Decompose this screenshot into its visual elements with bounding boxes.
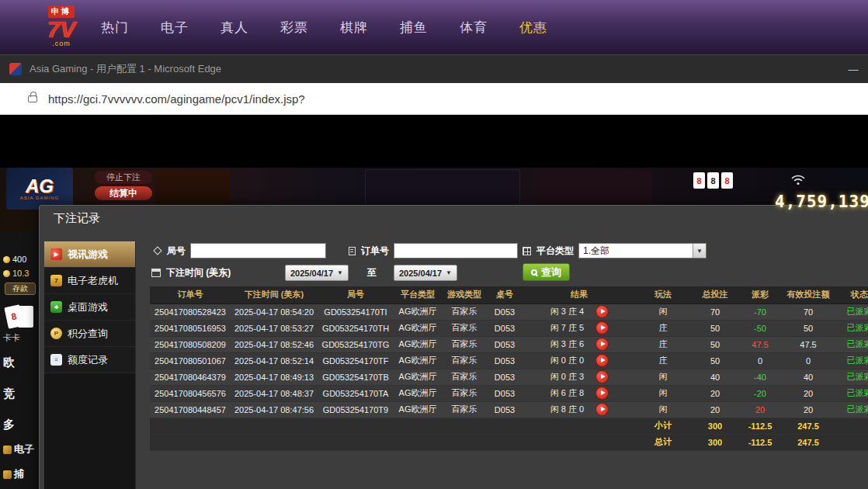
col-payout: 派彩 (740, 286, 780, 303)
cell-payout: -20 (740, 385, 780, 401)
date-from-wrapper: 2025/04/17 ▼ (285, 265, 349, 281)
lobby-tab-slots[interactable]: 电子 (3, 442, 34, 456)
round-filter: 局号 (155, 243, 326, 258)
cell-order: 250417080516953 (150, 320, 231, 336)
sidebar-item-label: 视讯游戏 (68, 248, 108, 262)
sidebar-item-quota-records[interactable]: ≡ 额度记录 (44, 347, 135, 373)
total-spacer (150, 434, 636, 450)
minimize-button[interactable]: — (842, 55, 865, 83)
table-row: 2504170805082092025-04-17 08:52:46GD0532… (150, 336, 868, 352)
cell-payout: 0 (740, 352, 780, 369)
url-text[interactable]: https://gci.7vvvvvv.com/agingame/pcv1/in… (48, 92, 305, 106)
nav-item-live[interactable]: 真人 (220, 19, 248, 36)
nav-item-lottery[interactable]: 彩票 (280, 19, 308, 36)
sidebar-item-points-inquiry[interactable]: P 积分查询 (44, 321, 135, 347)
sidebar-item-video-games[interactable]: ▶ 视讯游戏 (44, 241, 135, 268)
cell-game: 百家乐 (442, 401, 487, 418)
replay-button[interactable] (596, 355, 608, 366)
site-header: 申博 7V .com 热门 电子 真人 彩票 棋牌 捕鱼 体育 优惠 (0, 0, 868, 54)
playing-cards: 8 8 8 (693, 172, 733, 189)
cell-valid: 40 (780, 369, 836, 385)
nav-item-cards[interactable]: 棋牌 (340, 19, 368, 36)
cell-table_no: D053 (487, 352, 523, 369)
replay-button[interactable] (596, 322, 608, 334)
page-favicon-icon (9, 63, 22, 75)
balance-value: 400 (12, 255, 26, 264)
chevron-down-icon: ▼ (337, 269, 343, 276)
nav-item-hot[interactable]: 热门 (101, 19, 129, 36)
table-header-row: 订单号 下注时间 (美东) 局号 平台类型 游戏类型 桌号 结果 玩法 总投注 … (150, 286, 868, 303)
cell-payout: -70 (740, 303, 780, 320)
replay-button[interactable] (596, 387, 608, 399)
playing-card: 8 (721, 172, 733, 189)
lobby-tab-europe[interactable]: 欧 (3, 355, 15, 370)
col-time: 下注时间 (美东) (231, 286, 318, 303)
replay-button[interactable] (596, 306, 608, 317)
total-total-bet: 300 (690, 434, 740, 450)
cell-status: 已派彩 (836, 369, 868, 385)
platform-select[interactable]: 1.全部 ▼ (578, 243, 707, 258)
nav-item-fishing[interactable]: 捕鱼 (400, 19, 428, 36)
col-total-bet: 总投注 (690, 286, 740, 303)
round-input[interactable] (190, 243, 326, 258)
nav-item-sports[interactable]: 体育 (460, 19, 488, 36)
lobby-left-panel: 400 10.3 存款 8 卡卡 欧 竞 多 电子 捕 (0, 231, 40, 489)
cell-status: 已派彩 (836, 320, 868, 336)
cell-time: 2025-04-17 08:54:20 (231, 303, 318, 320)
cell-platform: AG欧洲厅 (394, 320, 442, 336)
cell-play: 闲 (636, 401, 690, 418)
cell-payout: -40 (740, 369, 780, 385)
stop-betting-label: 停止下注 (95, 171, 152, 184)
cell-play: 闲 (636, 369, 690, 385)
nav-item-promos[interactable]: 优惠 (519, 19, 547, 36)
order-filter: 订单号 (349, 243, 518, 258)
round-label: 局号 (167, 244, 186, 258)
sidebar-item-label: 桌面游戏 (68, 300, 108, 314)
sidebar-item-slot-machines[interactable]: 7 电子老虎机 (44, 268, 135, 294)
date-to-picker[interactable]: 2025/04/17 ▼ (394, 265, 457, 281)
replay-button[interactable] (596, 404, 608, 415)
sidebar-item-table-games[interactable]: ♣ 桌面游戏 (44, 294, 135, 321)
dialog-main: 局号 订单号 平台类型 1.全部 ▼ (141, 240, 868, 489)
fishing-icon (3, 470, 12, 479)
cell-time: 2025-04-17 08:53:27 (231, 320, 318, 336)
lobby-tab-duo[interactable]: 多 (3, 418, 15, 432)
cell-time: 2025-04-17 08:49:13 (231, 369, 318, 385)
nav-item-slots[interactable]: 电子 (161, 19, 189, 36)
lobby-tab-fishing[interactable]: 捕 (3, 467, 24, 481)
date-to-wrapper: 2025/04/17 ▼ (394, 265, 457, 281)
cell-valid: 50 (780, 320, 836, 336)
cell-status: 已派彩 (836, 336, 868, 352)
address-bar[interactable]: https://gci.7vvvvvv.com/agingame/pcv1/in… (0, 83, 868, 115)
lobby-tab-jing[interactable]: 竞 (3, 387, 15, 401)
site-logo[interactable]: 申博 7V .com (33, 3, 90, 47)
deposit-button[interactable]: 存款 (5, 283, 36, 295)
replay-button[interactable] (596, 338, 608, 350)
cell-result: 闲 0 庄 3 (523, 369, 636, 385)
cell-result: 闲 3 庄 6 (523, 336, 636, 352)
col-order: 订单号 (150, 286, 231, 303)
subtotal-row: 小计 300 -112.5 247.5 (150, 418, 868, 434)
order-input[interactable] (394, 243, 518, 258)
cell-platform: AG欧洲厅 (394, 385, 442, 401)
chevron-down-icon: ▼ (693, 244, 706, 258)
table-row: 2504170804565762025-04-17 08:48:37GD0532… (150, 385, 868, 401)
platform-select-value: 1.全部 (579, 244, 693, 258)
cell-payout: 47.5 (740, 336, 780, 352)
lobby-tab-label: 捕 (14, 467, 24, 481)
cell-platform: AG欧洲厅 (394, 401, 442, 418)
sidebar-item-label: 电子老虎机 (68, 274, 118, 288)
cell-order: 250417080528423 (150, 303, 231, 320)
cell-game: 百家乐 (442, 385, 487, 401)
replay-button[interactable] (596, 371, 608, 383)
cell-bet: 70 (690, 303, 740, 320)
date-from-picker[interactable]: 2025/04/17 ▼ (285, 265, 349, 281)
settling-label: 结算中 (95, 186, 152, 200)
cell-round: GD053254170TA (318, 385, 394, 401)
query-button[interactable]: 查询 (523, 263, 570, 281)
col-table: 桌号 (487, 286, 523, 303)
date-from-value: 2025/04/17 (290, 269, 333, 278)
cell-table_no: D053 (487, 336, 523, 352)
card-label: 卡卡 (3, 332, 20, 344)
cell-bet: 50 (690, 320, 740, 336)
